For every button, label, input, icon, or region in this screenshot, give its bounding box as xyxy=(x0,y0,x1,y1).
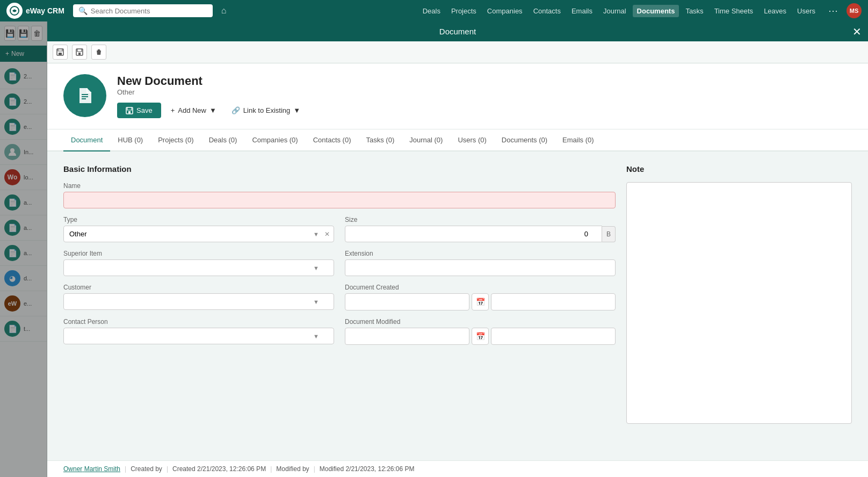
link-icon: 🔗 xyxy=(232,106,240,114)
nav-tasks[interactable]: Tasks xyxy=(681,5,707,17)
toolbar-floppy-btn[interactable] xyxy=(72,45,87,60)
search-bar[interactable]: 🔍 xyxy=(73,4,213,17)
document-card: New Document Other Save + Add New ▼ 🔗 Li… xyxy=(47,63,868,129)
tab-emails[interactable]: Emails (0) xyxy=(555,129,602,151)
basic-info-title: Basic Information xyxy=(63,164,616,174)
tab-companies[interactable]: Companies (0) xyxy=(244,129,305,151)
owner-name: Martin Smith xyxy=(84,465,120,473)
type-size-row: Type Other Contract Proposal Invoice Rep… xyxy=(63,216,616,250)
search-input[interactable] xyxy=(91,7,207,15)
close-button[interactable]: ✕ xyxy=(852,26,862,37)
doc-created-input-wrap: 📅 xyxy=(345,293,616,310)
modified-date: Modified 2/21/2023, 12:26:06 PM xyxy=(320,465,415,473)
nav-leaves[interactable]: Leaves xyxy=(760,5,791,17)
right-panel: Note xyxy=(626,164,852,425)
doc-modified-calendar-button[interactable]: 📅 xyxy=(472,328,489,345)
svg-rect-3 xyxy=(59,53,62,55)
type-field-group: Type Other Contract Proposal Invoice Rep… xyxy=(63,216,334,242)
logo-icon xyxy=(6,3,23,19)
tabs-row: Document HUB (0) Projects (0) Deals (0) … xyxy=(47,129,868,151)
superior-extension-row: Superior Item ▼ Extension xyxy=(63,250,616,284)
doc-modified-input-wrap: 📅 xyxy=(345,328,616,345)
tab-document[interactable]: Document xyxy=(63,129,110,151)
add-new-chevron: ▼ xyxy=(209,106,216,114)
size-input-wrap: B xyxy=(345,226,616,242)
nav-links: Deals Projects Companies Contacts Emails… xyxy=(418,5,820,17)
modal-footer: Owner Martin Smith | Created by | Create… xyxy=(47,460,868,477)
nav-emails[interactable]: Emails xyxy=(567,5,597,17)
owner-link[interactable]: Owner Martin Smith xyxy=(63,465,120,473)
user-avatar[interactable]: MS xyxy=(847,3,862,18)
tab-journal[interactable]: Journal (0) xyxy=(402,129,450,151)
document-subtitle: Other xyxy=(117,88,852,96)
nav-contacts[interactable]: Contacts xyxy=(529,5,565,17)
footer-separator-4: | xyxy=(314,465,315,473)
contactperson-docmodified-row: Contact Person ▼ Document Modified 📅 xyxy=(63,318,616,352)
nav-timesheets[interactable]: Time Sheets xyxy=(710,5,758,17)
tab-hub[interactable]: HUB (0) xyxy=(110,129,150,151)
doc-created-group: Document Created 📅 xyxy=(345,284,616,310)
footer-separator-2: | xyxy=(167,465,168,473)
search-icon: 🔍 xyxy=(78,6,88,15)
tab-deals[interactable]: Deals (0) xyxy=(201,129,245,151)
toolbar-save-btn[interactable] xyxy=(53,45,68,60)
link-existing-chevron: ▼ xyxy=(293,106,300,114)
doc-created-label: Document Created xyxy=(345,284,616,291)
extension-group: Extension xyxy=(345,250,616,276)
modal-toolbar xyxy=(47,41,868,63)
more-button[interactable]: ⋯ xyxy=(828,5,838,17)
nav-deals[interactable]: Deals xyxy=(418,5,445,17)
nav-companies[interactable]: Companies xyxy=(483,5,527,17)
superior-item-label: Superior Item xyxy=(63,250,334,257)
select-clear-icon[interactable]: ✕ xyxy=(324,230,330,238)
home-icon[interactable]: ⌂ xyxy=(221,6,227,16)
superior-item-select[interactable] xyxy=(63,259,334,276)
link-existing-label: Link to Existing xyxy=(243,106,290,114)
created-by-label: Created by xyxy=(131,465,162,473)
contact-person-select[interactable] xyxy=(63,328,334,344)
customer-label: Customer xyxy=(63,284,334,291)
tab-users[interactable]: Users (0) xyxy=(450,129,494,151)
modified-by-label: Modified by xyxy=(276,465,309,473)
customer-doccreated-row: Customer ▼ Document Created 📅 xyxy=(63,284,616,318)
note-textarea[interactable] xyxy=(626,182,852,424)
save-button[interactable]: Save xyxy=(117,103,161,118)
name-label: Name xyxy=(63,182,616,190)
tab-documents[interactable]: Documents (0) xyxy=(494,129,555,151)
doc-modified-group: Document Modified 📅 xyxy=(345,318,616,345)
tab-contacts[interactable]: Contacts (0) xyxy=(306,129,359,151)
toolbar-delete-btn[interactable] xyxy=(91,45,106,60)
document-title: New Document xyxy=(117,74,852,88)
type-select[interactable]: Other Contract Proposal Invoice Report xyxy=(63,226,334,242)
contact-person-group: Contact Person ▼ xyxy=(63,318,334,345)
document-icon xyxy=(63,74,106,117)
doc-created-calendar-button[interactable]: 📅 xyxy=(472,293,489,310)
tab-projects[interactable]: Projects (0) xyxy=(150,129,201,151)
logo-text: eWay CRM xyxy=(26,6,64,15)
nav-journal[interactable]: Journal xyxy=(599,5,631,17)
extension-input[interactable] xyxy=(345,259,616,276)
superior-select-wrap: ▼ xyxy=(63,259,334,276)
note-title: Note xyxy=(626,164,852,174)
name-field-group: Name xyxy=(63,182,616,208)
nav-users[interactable]: Users xyxy=(793,5,820,17)
contact-person-select-wrap: ▼ xyxy=(63,328,334,344)
app-logo[interactable]: eWay CRM xyxy=(6,3,64,19)
contact-person-label: Contact Person xyxy=(63,318,334,326)
nav-documents[interactable]: Documents xyxy=(633,5,679,17)
doc-created-time-input[interactable] xyxy=(491,293,616,310)
add-new-button[interactable]: + Add New ▼ xyxy=(165,103,222,118)
customer-select[interactable] xyxy=(63,293,334,310)
name-input[interactable] xyxy=(63,192,616,208)
doc-modified-time-input[interactable] xyxy=(491,328,616,345)
document-actions: Save + Add New ▼ 🔗 Link to Existing ▼ xyxy=(117,103,852,118)
size-input[interactable] xyxy=(345,226,602,242)
content-area: Basic Information Name Type Other Contra… xyxy=(47,151,868,438)
tab-tasks[interactable]: Tasks (0) xyxy=(359,129,402,151)
doc-modified-date-input[interactable] xyxy=(345,328,469,345)
type-select-wrap: Other Contract Proposal Invoice Report ▼… xyxy=(63,226,334,242)
nav-projects[interactable]: Projects xyxy=(447,5,481,17)
customer-group: Customer ▼ xyxy=(63,284,334,310)
link-existing-button[interactable]: 🔗 Link to Existing ▼ xyxy=(226,103,306,118)
doc-created-date-input[interactable] xyxy=(345,293,469,310)
